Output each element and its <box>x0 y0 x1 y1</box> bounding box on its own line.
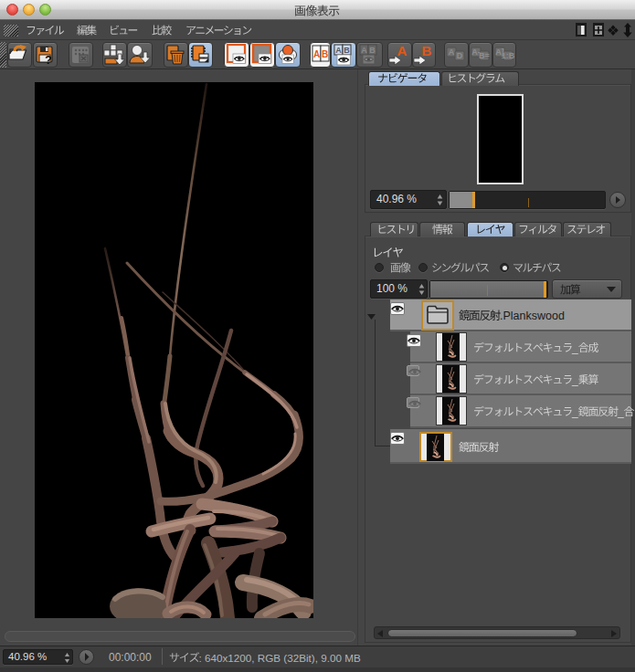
svg-text:B=: B= <box>479 51 490 60</box>
svg-text:A: A <box>449 47 455 57</box>
svg-text:B: B <box>344 46 350 55</box>
svg-text:B: B <box>322 49 328 59</box>
svg-text:A: A <box>335 46 342 55</box>
svg-text:1:B: 1:B <box>502 51 515 60</box>
svg-text:B: B <box>369 46 376 55</box>
svg-text:A: A <box>361 46 367 55</box>
svg-text:B: B <box>422 43 432 58</box>
svg-text:D: D <box>457 51 463 60</box>
svg-text:A: A <box>397 43 407 58</box>
svg-text:?: ? <box>45 54 51 67</box>
svg-text:A: A <box>313 49 320 59</box>
